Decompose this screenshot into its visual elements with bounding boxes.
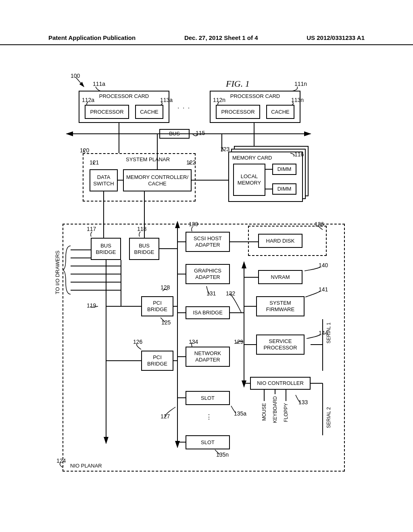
- ref-120: 120: [80, 147, 89, 154]
- header-center: Dec. 27, 2012 Sheet 1 of 4: [184, 34, 258, 41]
- ref-129: 129: [234, 339, 243, 345]
- ref-135n: 135n: [216, 451, 229, 458]
- scsi-host-adapter: SCSI HOST ADAPTER: [186, 232, 230, 252]
- ref-131: 131: [206, 290, 216, 297]
- ref-112a: 112a: [82, 97, 94, 103]
- bus: BUS: [159, 129, 190, 139]
- cache-n: CACHE: [266, 105, 294, 119]
- pci-bridge-2: PCI BRIDGE: [141, 351, 173, 371]
- vdots-icon: ⋮: [206, 413, 212, 421]
- ref-141: 141: [319, 286, 328, 293]
- mouse-label: MOUSE: [261, 403, 267, 421]
- figure-title: FIG. 1: [226, 79, 250, 89]
- ref-111a: 111a: [93, 81, 105, 87]
- ref-135a: 135a: [234, 410, 246, 417]
- ref-115: 115: [196, 130, 205, 136]
- hard-disk: HARD DISK: [258, 234, 302, 248]
- isa-bridge: ISA BRIDGE: [186, 306, 230, 319]
- slot-n: SLOT: [186, 435, 230, 449]
- ref-126: 126: [133, 339, 142, 345]
- ref-124: 124: [56, 457, 66, 464]
- graphics-adapter: GRAPHICS ADAPTER: [186, 264, 230, 284]
- nio-planar-label: NIO PLANAR: [69, 463, 103, 469]
- publication-header: Patent Application Publication Dec. 27, …: [0, 34, 413, 45]
- bus-bridge-1: BUS BRIDGE: [91, 238, 121, 260]
- bus-bridge-2: BUS BRIDGE: [129, 238, 159, 260]
- keyboard-label: KEYBOARD: [272, 396, 278, 423]
- ref-118: 118: [137, 226, 146, 232]
- system-planar-label: SYSTEM PLANAR: [125, 156, 171, 162]
- ref-119: 119: [87, 302, 96, 309]
- data-switch: DATA SWITCH: [90, 169, 118, 191]
- memory-controller-cache: MEMORY CONTROLLER/ CACHE: [123, 169, 192, 191]
- ref-100: 100: [71, 73, 80, 79]
- dimm-1: DIMM: [272, 164, 296, 175]
- system-firmware: SYSTEM FIRMWARE: [256, 296, 305, 316]
- ref-123: 123: [220, 146, 229, 152]
- ref-113n: 113n: [291, 97, 304, 103]
- io-drawers-label: TO I/O DRAWERS: [54, 246, 60, 294]
- header-left: Patent Application Publication: [48, 34, 136, 41]
- memory-card-label: MEMORY CARD: [230, 153, 301, 163]
- ref-117: 117: [87, 226, 96, 232]
- processor-a: PROCESSOR: [85, 105, 129, 119]
- ref-116: 116: [294, 151, 304, 158]
- ref-132: 132: [226, 290, 235, 297]
- cache-a: CACHE: [135, 105, 163, 119]
- ref-127: 127: [161, 413, 170, 420]
- service-processor: SERVICE PROCESSOR: [256, 335, 305, 355]
- ref-125: 125: [161, 319, 171, 326]
- serial2-label: SERIAL 2: [326, 407, 332, 428]
- ref-128: 128: [161, 284, 170, 291]
- ref-112n: 112n: [213, 97, 225, 103]
- ref-121: 121: [90, 159, 99, 166]
- nvram: NVRAM: [258, 270, 302, 284]
- header-right: US 2012/0331233 A1: [307, 34, 365, 41]
- ref-122: 122: [186, 159, 196, 166]
- ref-140: 140: [319, 262, 328, 268]
- page: Patent Application Publication Dec. 27, …: [0, 0, 413, 532]
- nio-controller: NIO CONTROLLER: [250, 377, 311, 390]
- floppy-label: FLOPPY: [283, 403, 289, 422]
- ref-144: 144: [319, 330, 328, 336]
- ref-113a: 113a: [160, 97, 173, 103]
- local-memory: LOCAL MEMORY: [233, 164, 265, 196]
- slot-a: SLOT: [186, 391, 230, 405]
- ellipsis: . . .: [177, 103, 190, 110]
- network-adapter: NETWORK ADAPTER: [186, 347, 230, 367]
- pci-bridge-1: PCI BRIDGE: [141, 296, 173, 316]
- processor-n: PROCESSOR: [216, 105, 260, 119]
- ref-136: 136: [315, 221, 324, 227]
- ref-133: 133: [298, 399, 308, 405]
- dimm-2: DIMM: [272, 183, 296, 195]
- ref-130: 130: [189, 221, 198, 227]
- ref-111n: 111n: [294, 81, 307, 87]
- ref-134: 134: [189, 339, 198, 345]
